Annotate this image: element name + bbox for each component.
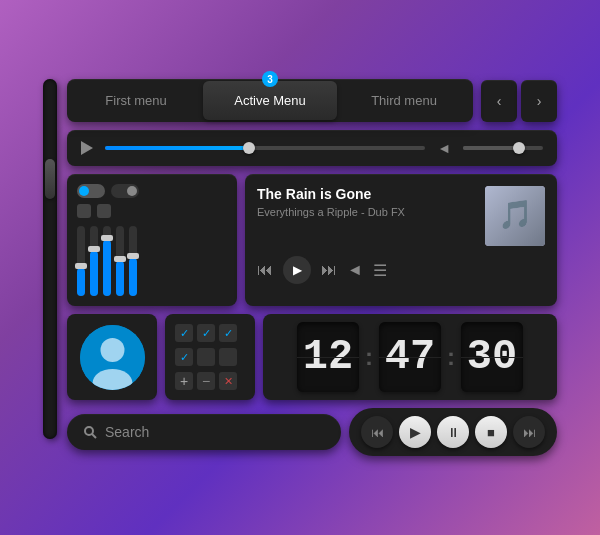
ui-container: 3 First menu Active Menu Third menu ‹ › … (43, 79, 557, 456)
media-text: The Rain is Gone Everythings a Ripple - … (257, 186, 475, 218)
media-player: The Rain is Gone Everythings a Ripple - … (245, 174, 557, 306)
media-rewind-button[interactable]: ⏮ (257, 261, 273, 279)
media-album-art: 🎵 (485, 186, 545, 246)
media-btn-stop[interactable]: ■ (475, 416, 507, 448)
svg-point-6 (85, 427, 93, 435)
nav-row: 3 First menu Active Menu Third menu ‹ › (67, 79, 557, 122)
cb-plus[interactable]: + (175, 372, 193, 390)
volume-track[interactable] (463, 146, 543, 150)
progress-thumb[interactable] (243, 142, 255, 154)
checkbox-5[interactable] (197, 348, 215, 366)
cb-row-3: + − ✕ (175, 372, 245, 390)
fader-1[interactable] (77, 226, 85, 296)
search-box[interactable]: Search (67, 414, 341, 450)
media-play-button[interactable]: ▶ (283, 256, 311, 284)
media-subtitle: Everythings a Ripple - Dub FX (257, 206, 475, 218)
toggle-2[interactable] (111, 184, 139, 198)
fader-2[interactable] (90, 226, 98, 296)
media-btn-pause[interactable]: ⏸ (437, 416, 469, 448)
cb-row-2: ✓ (175, 348, 245, 366)
playbar: ◄ (67, 130, 557, 166)
media-menu-button[interactable]: ☰ (373, 261, 387, 280)
mixer-square-2[interactable] (97, 204, 111, 218)
main-panel: 3 First menu Active Menu Third menu ‹ › … (67, 79, 557, 456)
scrollbar-thumb[interactable] (45, 159, 55, 199)
nav-item-third[interactable]: Third menu (337, 81, 471, 120)
media-volume-button[interactable]: ◄ (347, 261, 363, 279)
nav-arrows: ‹ › (481, 80, 557, 122)
countdown-seconds: 30 (461, 322, 523, 392)
media-forward-button[interactable]: ⏭ (321, 261, 337, 279)
cb-ex[interactable]: ✕ (219, 372, 237, 390)
vertical-scrollbar[interactable] (43, 79, 57, 439)
progress-track[interactable] (105, 146, 425, 150)
search-row: Search ⏮ ▶ ⏸ ■ ⏭ (67, 408, 557, 456)
checkbox-4[interactable]: ✓ (175, 348, 193, 366)
checkbox-2[interactable]: ✓ (197, 324, 215, 342)
mixer-faders (77, 226, 227, 296)
countdown-panel: 12 : 47 : 30 (263, 314, 557, 400)
volume-icon: ◄ (437, 140, 451, 156)
media-controls: ⏮ ▶ ⏭ ◄ ☰ (257, 256, 545, 284)
checkbox-panel: ✓ ✓ ✓ ✓ + − ✕ (165, 314, 255, 400)
countdown-minutes: 47 (379, 322, 441, 392)
progress-fill (105, 146, 249, 150)
media-btn-rewind[interactable]: ⏮ (361, 416, 393, 448)
mixer-panel (67, 174, 237, 306)
checkbox-1[interactable]: ✓ (175, 324, 193, 342)
nav-prev-button[interactable]: ‹ (481, 80, 517, 122)
nav-item-first[interactable]: First menu (69, 81, 203, 120)
svg-line-7 (92, 434, 96, 438)
middle-row: The Rain is Gone Everythings a Ripple - … (67, 174, 557, 306)
mixer-square-1[interactable] (77, 204, 91, 218)
media-btn-forward[interactable]: ⏭ (513, 416, 545, 448)
nav-next-button[interactable]: › (521, 80, 557, 122)
mixer-toggles (77, 184, 227, 218)
toggle-1[interactable] (77, 184, 105, 198)
svg-point-4 (100, 338, 124, 362)
media-info-row: The Rain is Gone Everythings a Ripple - … (257, 186, 545, 246)
playbar-play-icon[interactable] (81, 141, 93, 155)
volume-fill (463, 146, 519, 150)
avatar-panel (67, 314, 157, 400)
nav-menu: 3 First menu Active Menu Third menu (67, 79, 473, 122)
svg-text:🎵: 🎵 (498, 198, 533, 231)
search-icon (83, 425, 97, 439)
checkbox-6[interactable] (219, 348, 237, 366)
search-placeholder: Search (105, 424, 149, 440)
checkbox-3[interactable]: ✓ (219, 324, 237, 342)
cb-row-1: ✓ ✓ ✓ (175, 324, 245, 342)
countdown-sep-1: : (365, 343, 373, 371)
toggle-row-1 (77, 184, 227, 198)
volume-thumb[interactable] (513, 142, 525, 154)
toggle-row-2 (77, 204, 227, 218)
media-btn-play[interactable]: ▶ (399, 416, 431, 448)
bottom-row: ✓ ✓ ✓ ✓ + − ✕ 12 : 47 (67, 314, 557, 400)
cb-minus[interactable]: − (197, 372, 215, 390)
fader-3[interactable] (103, 226, 111, 296)
media-title: The Rain is Gone (257, 186, 475, 202)
media-buttons-panel: ⏮ ▶ ⏸ ■ ⏭ (349, 408, 557, 456)
fader-5[interactable] (129, 226, 137, 296)
countdown-sep-2: : (447, 343, 455, 371)
nav-badge: 3 (262, 71, 278, 87)
fader-4[interactable] (116, 226, 124, 296)
countdown-hours: 12 (297, 322, 359, 392)
avatar (80, 325, 145, 390)
